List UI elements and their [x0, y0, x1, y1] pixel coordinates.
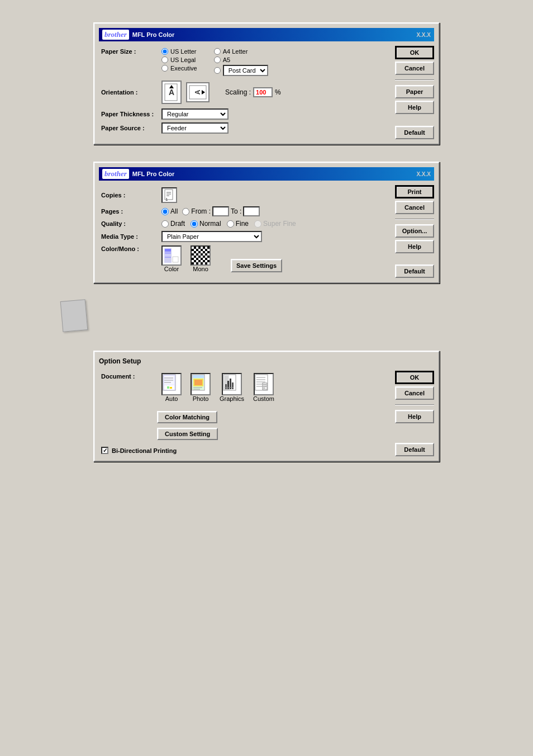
paper-size-right-group: A4 Letter A5 Post Card	[214, 48, 270, 76]
help-button-1[interactable]: Help	[395, 101, 434, 114]
paper-thickness-label: Paper Thickness :	[101, 111, 157, 117]
print-button[interactable]: Print	[395, 185, 434, 199]
graphics-doc-icon	[222, 373, 242, 395]
color-mono-label: Color/Mono :	[101, 245, 157, 252]
dialog1-version: X.X.X	[416, 32, 431, 38]
orientation-label: Orientation :	[101, 89, 157, 96]
brother-logo-2: brother	[102, 169, 129, 179]
option-setup-dialog: Option Setup Document :	[93, 351, 440, 462]
post-card-dropdown[interactable]: Post Card	[223, 65, 268, 76]
pages-all-radio[interactable]: All	[161, 207, 178, 215]
option-button[interactable]: Option...	[395, 224, 434, 238]
scaling-label: Scaling :	[225, 88, 251, 96]
svg-rect-33	[193, 375, 204, 378]
help-button-2[interactable]: Help	[395, 240, 434, 253]
ok-button-1[interactable]: OK	[395, 46, 434, 59]
quality-normal-radio[interactable]: Normal	[191, 220, 221, 228]
svg-rect-19	[173, 257, 178, 262]
svg-rect-18	[173, 249, 179, 256]
pages-label: Pages :	[101, 208, 157, 215]
svg-rect-14	[165, 252, 171, 254]
svg-rect-32	[194, 380, 202, 385]
default-button-1[interactable]: Default	[395, 126, 434, 139]
media-type-label: Media Type :	[101, 233, 157, 240]
radio-post-card[interactable]: Post Card	[214, 65, 270, 76]
from-input[interactable]	[212, 206, 229, 216]
radio-a5[interactable]: A5	[214, 56, 270, 63]
scaling-input[interactable]	[253, 87, 273, 97]
mono-option[interactable]: Mono	[191, 245, 211, 272]
cancel-button-3[interactable]: Cancel	[395, 386, 434, 400]
dialog1-buttons: OK Cancel Paper Help Default	[395, 46, 434, 139]
print-dialog: brother MFL Pro Color X.X.X Copies :	[93, 162, 440, 284]
draft-label: Draft	[170, 220, 185, 228]
mono-icon	[191, 245, 211, 266]
radio-us-legal[interactable]: US Legal	[161, 56, 197, 63]
document-type-icons: Auto	[161, 373, 274, 402]
quality-draft-radio[interactable]: Draft	[161, 220, 185, 228]
media-type-select[interactable]: Plain Paper	[161, 231, 262, 242]
paper-source-select[interactable]: Feeder	[161, 122, 229, 134]
quality-super-fine-radio[interactable]: Super Fine	[254, 220, 296, 228]
document-label: Document :	[101, 373, 157, 380]
copies-label: Copies :	[101, 192, 157, 199]
to-input[interactable]	[243, 206, 260, 216]
custom-doc-icon	[254, 373, 274, 395]
pages-all-label: All	[170, 207, 178, 215]
graphics-doc-option[interactable]: Graphics	[220, 373, 244, 402]
us-legal-label: US Legal	[170, 56, 196, 63]
color-option[interactable]: Color	[161, 245, 182, 272]
custom-setting-button[interactable]: Custom Setting	[157, 428, 218, 440]
color-mono-container: Color Mono Save Settings	[161, 245, 282, 272]
dialog2-buttons: Print Cancel Option... Help Default	[395, 185, 434, 278]
color-matching-button[interactable]: Color Matching	[157, 411, 217, 423]
default-button-2[interactable]: Default	[395, 264, 434, 278]
custom-doc-option[interactable]: Custom	[253, 373, 274, 402]
pages-from-label: From :	[191, 207, 211, 215]
option-setup-title: Option Setup	[99, 356, 434, 366]
scaling-unit: %	[275, 88, 281, 96]
cancel-button-2[interactable]: Cancel	[395, 201, 434, 214]
radio-a4-letter[interactable]: A4 Letter	[214, 48, 270, 55]
portrait-icon[interactable]: A	[161, 81, 182, 104]
color-icon	[161, 245, 182, 266]
paper-button[interactable]: Paper	[395, 85, 434, 98]
svg-rect-40	[227, 381, 229, 389]
mono-label: Mono	[193, 266, 208, 272]
color-label: Color	[164, 266, 179, 272]
paper-source-label: Paper Source :	[101, 125, 157, 131]
photo-label: Photo	[193, 395, 209, 402]
page-decoration-area	[39, 300, 522, 339]
auto-doc-option[interactable]: Auto	[161, 373, 182, 402]
quality-fine-radio[interactable]: Fine	[227, 220, 249, 228]
paper-size-label: Paper Size :	[101, 48, 157, 55]
photo-doc-icon	[191, 373, 211, 395]
photo-doc-option[interactable]: Photo	[191, 373, 211, 402]
default-button-3[interactable]: Default	[395, 443, 434, 456]
svg-rect-42	[232, 382, 234, 389]
landscape-icon[interactable]: A	[186, 82, 210, 102]
page-setup-dialog: brother MFL Pro Color X.X.X Paper Size :…	[93, 22, 440, 145]
super-fine-label: Super Fine	[263, 220, 296, 228]
floating-page-icon	[60, 299, 88, 332]
dialog3-buttons: OK Cancel Help Default	[395, 371, 434, 456]
save-settings-button[interactable]: Save Settings	[231, 259, 282, 272]
pages-to-label: To :	[231, 207, 241, 215]
quality-label: Quality :	[101, 220, 157, 227]
svg-rect-28	[170, 387, 172, 389]
bi-directional-checkbox[interactable]: ✓	[101, 447, 108, 454]
paper-thickness-select[interactable]: Regular	[161, 108, 229, 120]
radio-us-letter[interactable]: US Letter	[161, 48, 197, 55]
radio-executive[interactable]: Executive	[161, 65, 197, 72]
help-button-3[interactable]: Help	[395, 410, 434, 423]
custom-label: Custom	[253, 395, 274, 402]
dialog1-titlebar: brother MFL Pro Color X.X.X	[99, 28, 434, 41]
dialog2-version: X.X.X	[416, 171, 431, 177]
normal-label: Normal	[199, 220, 221, 228]
svg-rect-39	[225, 384, 227, 389]
svg-text:A: A	[169, 88, 174, 97]
pages-from-radio[interactable]: From : To :	[182, 206, 260, 216]
ok-button-3[interactable]: OK	[395, 371, 434, 384]
cancel-button-1[interactable]: Cancel	[395, 62, 434, 75]
executive-label: Executive	[170, 65, 197, 72]
